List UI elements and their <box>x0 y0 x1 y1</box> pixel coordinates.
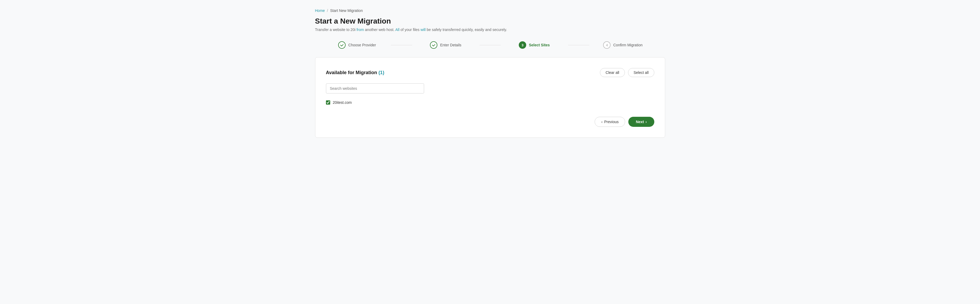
search-input[interactable] <box>326 84 424 93</box>
card-footer: ‹ Previous Next › <box>326 117 654 127</box>
page-subtitle: Transfer a website to 20i from another w… <box>315 27 665 32</box>
search-container <box>326 84 654 93</box>
breadcrumb-current: Start New Migration <box>330 8 363 13</box>
step-divider-1 <box>391 45 412 45</box>
step-label-select-sites: Select Sites <box>529 43 550 47</box>
available-count: (1) <box>379 70 384 75</box>
step-label-choose-provider: Choose Provider <box>348 43 376 47</box>
step-confirm-migration: 4 Confirm Migration <box>592 41 655 49</box>
clear-all-button[interactable]: Clear all <box>600 68 625 77</box>
step-label-enter-details: Enter Details <box>440 43 461 47</box>
breadcrumb: Home / Start New Migration <box>315 8 665 13</box>
breadcrumb-home-link[interactable]: Home <box>315 8 325 13</box>
step-label-confirm-migration: Confirm Migration <box>613 43 643 47</box>
site-domain-20itest: 20itest.com <box>333 100 352 104</box>
step-choose-provider: Choose Provider <box>326 41 389 49</box>
step-divider-2 <box>479 45 501 45</box>
card-header: Available for Migration (1) Clear all Se… <box>326 68 654 77</box>
step-icon-confirm-migration: 4 <box>603 41 611 49</box>
stepper: Choose Provider Enter Details 3 Select S… <box>315 41 665 49</box>
step-divider-3 <box>568 45 589 45</box>
previous-button[interactable]: ‹ Previous <box>595 117 625 127</box>
list-item: 20itest.com <box>326 99 654 106</box>
site-checkbox-20itest[interactable] <box>326 100 330 104</box>
main-card: Available for Migration (1) Clear all Se… <box>315 57 665 138</box>
step-icon-select-sites: 3 <box>519 41 526 49</box>
step-enter-details: Enter Details <box>414 41 477 49</box>
step-select-sites: 3 Select Sites <box>503 41 566 49</box>
previous-chevron-icon: ‹ <box>601 120 603 124</box>
next-chevron-icon: › <box>646 120 647 124</box>
site-list: 20itest.com <box>326 99 654 106</box>
breadcrumb-separator: / <box>327 8 328 13</box>
select-all-button[interactable]: Select all <box>628 68 654 77</box>
card-title: Available for Migration (1) <box>326 70 384 76</box>
next-button[interactable]: Next › <box>628 117 654 127</box>
step-icon-enter-details <box>430 41 438 49</box>
page-title: Start a New Migration <box>315 17 665 25</box>
step-icon-choose-provider <box>338 41 345 49</box>
header-buttons: Clear all Select all <box>600 68 654 77</box>
